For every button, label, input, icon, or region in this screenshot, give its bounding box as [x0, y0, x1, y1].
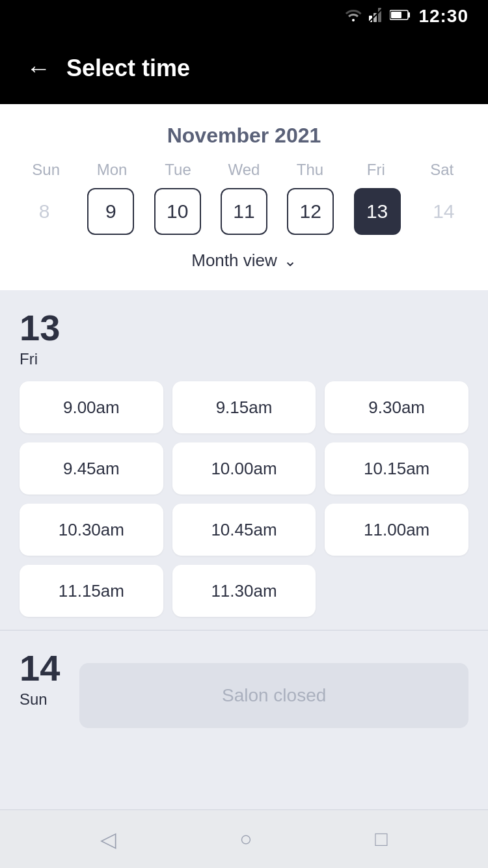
slot-1115am[interactable]: 11.15am	[20, 565, 163, 617]
slot-1015am[interactable]: 10.15am	[325, 442, 468, 495]
slot-915am[interactable]: 9.15am	[172, 381, 316, 433]
day-cell-10: 10	[146, 185, 209, 237]
month-year-label: November 2021	[13, 124, 475, 148]
slots-grid-13: 9.00am 9.15am 9.30am 9.45am 10.00am 10.1…	[20, 381, 468, 617]
salon-closed-message: Salon closed	[79, 663, 468, 728]
slot-1045am[interactable]: 10.45am	[172, 504, 316, 556]
day-11[interactable]: 11	[221, 188, 267, 235]
day-cell-14: 14	[413, 185, 475, 237]
day-block-13: 13 Fri 9.00am 9.15am 9.30am 9.45am 10.00…	[0, 290, 488, 630]
nav-home-button[interactable]: ○	[239, 827, 252, 851]
day-cell-13: 13	[346, 185, 408, 237]
weekday-sun: Sun	[13, 161, 79, 179]
day-14-header: 14 Sun Salon closed	[20, 650, 468, 728]
svg-rect-5	[408, 12, 410, 18]
svg-rect-6	[391, 12, 401, 18]
days-row: 8 9 10 11 12 13 14	[13, 185, 475, 237]
slot-945am[interactable]: 9.45am	[20, 442, 163, 495]
weekdays-row: Sun Mon Tue Wed Thu Fri Sat	[13, 161, 475, 179]
weekday-fri: Fri	[343, 161, 409, 179]
signal-icon	[369, 8, 383, 25]
day-13-number: 13	[20, 310, 60, 346]
bottom-nav: ◁ ○ □	[0, 809, 488, 868]
day-14[interactable]: 14	[420, 188, 467, 235]
day-10[interactable]: 10	[154, 188, 201, 235]
wifi-icon	[344, 8, 362, 24]
slot-930am[interactable]: 9.30am	[325, 381, 468, 433]
nav-back-button[interactable]: ◁	[100, 827, 116, 852]
day-cell-12: 12	[279, 185, 342, 237]
slot-1130am[interactable]: 11.30am	[172, 565, 316, 617]
slot-1100am[interactable]: 11.00am	[325, 504, 468, 556]
weekday-thu: Thu	[277, 161, 343, 179]
day-13[interactable]: 13	[354, 188, 401, 235]
day-cell-11: 11	[213, 185, 275, 237]
day-13-name: Fri	[20, 350, 60, 368]
status-icons	[344, 8, 411, 25]
day-14-name: Sun	[20, 690, 60, 709]
month-view-toggle[interactable]: Month view ⌄	[13, 237, 475, 277]
weekday-sat: Sat	[409, 161, 475, 179]
timeslots-section: 13 Fri 9.00am 9.15am 9.30am 9.45am 10.00…	[0, 290, 488, 809]
month-view-label: Month view	[191, 251, 277, 271]
slot-1000am[interactable]: 10.00am	[172, 442, 316, 495]
app-header: ← Select time	[0, 33, 488, 104]
weekday-mon: Mon	[79, 161, 144, 179]
day-14-number: 14	[20, 650, 60, 686]
day-block-14: 14 Sun Salon closed	[0, 630, 488, 741]
battery-icon	[390, 9, 411, 23]
day-cell-9: 9	[79, 185, 142, 237]
weekday-tue: Tue	[145, 161, 211, 179]
day-8[interactable]: 8	[21, 188, 68, 235]
back-button[interactable]: ←	[26, 56, 51, 81]
nav-recent-button[interactable]: □	[375, 827, 387, 851]
day-9[interactable]: 9	[87, 188, 134, 235]
status-bar: 12:30	[0, 0, 488, 33]
weekday-wed: Wed	[211, 161, 277, 179]
status-time: 12:30	[418, 6, 468, 27]
calendar-section: November 2021 Sun Mon Tue Wed Thu Fri Sa…	[0, 104, 488, 290]
day-13-header: 13 Fri	[20, 310, 468, 368]
day-12[interactable]: 12	[287, 188, 334, 235]
day-cell-8: 8	[13, 185, 75, 237]
slot-1030am[interactable]: 10.30am	[20, 504, 163, 556]
chevron-down-icon: ⌄	[284, 252, 297, 270]
page-title: Select time	[66, 55, 190, 82]
slot-900am[interactable]: 9.00am	[20, 381, 163, 433]
